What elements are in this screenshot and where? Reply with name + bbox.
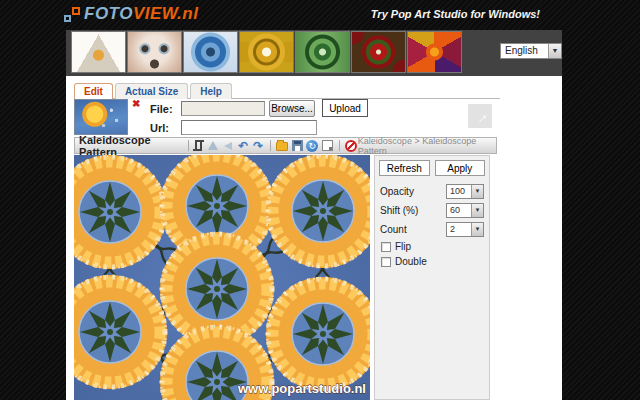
shift-label: Shift (%) [380, 205, 446, 216]
tab-bar: Edit Actual Size Help [74, 82, 500, 99]
pattern-thumbnail-band: English ▼ [66, 30, 562, 76]
rotate-left-icon[interactable]: ↶ [237, 139, 250, 152]
pattern-thumb-blue-hexagon[interactable] [184, 32, 237, 72]
pattern-toolbar: Kaleidoscope Pattern ↶ ↷ ↻ Kaleidoscope … [74, 137, 497, 154]
shift-value: 60 [447, 204, 471, 217]
apply-button[interactable]: Apply [435, 160, 486, 176]
toolbar-separator [188, 140, 189, 151]
toolbar-title: Kaleidoscope Pattern [75, 134, 185, 158]
flip-check-row: Flip [381, 241, 483, 252]
chevron-down-icon[interactable]: ▼ [471, 223, 483, 236]
pattern-thumbnails [72, 32, 461, 72]
pattern-thumb-red-floral[interactable] [352, 32, 405, 72]
cancel-icon[interactable] [345, 139, 358, 152]
resize-frame-icon[interactable] [321, 139, 334, 152]
header: FOTOVIEW.nl Try Pop Art Studio for Windo… [0, 0, 640, 30]
opacity-row: Opacity 100 ▼ [380, 184, 484, 199]
file-input[interactable] [181, 101, 265, 116]
refresh-web-icon[interactable]: ↻ [306, 139, 319, 152]
watermark: www.popartstudio.nl [237, 381, 366, 396]
upload-button[interactable]: Upload [322, 99, 368, 117]
double-check-row: Double [381, 256, 483, 267]
tab-actual-size[interactable]: Actual Size [115, 83, 188, 99]
refresh-button[interactable]: Refresh [379, 160, 430, 176]
remove-image-icon[interactable]: ✖ [132, 98, 140, 109]
pattern-thumb-gold-hexagon[interactable] [240, 32, 293, 72]
editor-page: Edit Actual Size Help ✖ File: Browse... … [66, 76, 562, 400]
flip-checkbox[interactable] [381, 242, 391, 252]
toolbar-separator [339, 140, 340, 151]
kaleidoscope-image: www.popartstudio.nl [74, 155, 370, 400]
opacity-select[interactable]: 100 ▼ [446, 184, 484, 199]
pattern-thumb-orange-purple[interactable] [408, 32, 461, 72]
url-label: Url: [150, 122, 169, 134]
url-input[interactable] [181, 120, 317, 135]
logo-text: FOTOVIEW.nl [84, 4, 198, 24]
double-checkbox-label: Double [395, 256, 427, 267]
pattern-thumb-green-mosaic[interactable] [296, 32, 349, 72]
chevron-down-icon[interactable]: ▼ [548, 44, 561, 58]
count-select[interactable]: 2 ▼ [446, 222, 484, 237]
tab-help[interactable]: Help [190, 83, 232, 99]
logo-blue-square [64, 15, 71, 22]
shift-row: Shift (%) 60 ▼ [380, 203, 484, 218]
chevron-down-icon[interactable]: ▼ [471, 185, 483, 198]
crop-icon[interactable] [192, 139, 205, 152]
rotate-right-icon[interactable]: ↷ [252, 139, 265, 152]
browse-button[interactable]: Browse... [269, 100, 315, 117]
count-row: Count 2 ▼ [380, 222, 484, 237]
tagline: Try Pop Art Studio for Windows! [371, 8, 540, 20]
breadcrumb: Kaleidoscope > Kaleidoscope Pattern [358, 136, 496, 156]
opacity-value: 100 [447, 185, 471, 198]
logo-orange-square [72, 7, 80, 15]
chevron-down-icon[interactable]: ▼ [471, 204, 483, 217]
save-icon[interactable] [291, 139, 304, 152]
tab-edit[interactable]: Edit [74, 83, 113, 99]
logo-text-view: VIEW.nl [133, 4, 199, 23]
flip-vertical-icon[interactable] [222, 139, 235, 152]
toolbar-icons: ↶ ↷ ↻ [192, 139, 358, 152]
file-label: File: [150, 103, 173, 115]
logo-text-foto: FOTO [84, 4, 133, 23]
panel-buttons: Refresh Apply [379, 160, 485, 176]
flip-checkbox-label: Flip [395, 241, 411, 252]
language-selected-value: English [501, 44, 548, 58]
count-value: 2 [447, 223, 471, 236]
double-checkbox[interactable] [381, 257, 391, 267]
count-label: Count [380, 224, 446, 235]
shift-select[interactable]: 60 ▼ [446, 203, 484, 218]
language-select[interactable]: English ▼ [500, 43, 562, 59]
source-image-thumbnail[interactable] [74, 99, 128, 135]
kaleidoscope-canvas: www.popartstudio.nl [74, 155, 370, 400]
arrow-up-right-icon: → [469, 105, 492, 128]
toolbar-separator [270, 140, 271, 151]
app-window: FOTOVIEW.nl Try Pop Art Studio for Windo… [0, 0, 640, 400]
pattern-thumb-cat-face[interactable] [128, 32, 181, 72]
pattern-controls-panel: Refresh Apply Opacity 100 ▼ Shift (%) 60… [374, 155, 490, 400]
open-folder-icon[interactable] [276, 139, 289, 152]
logo-squares-icon [64, 4, 80, 24]
open-fullsize-button[interactable]: → [468, 104, 492, 128]
pattern-thumb-triangle-flower[interactable] [72, 32, 125, 72]
opacity-label: Opacity [380, 186, 446, 197]
flip-horizontal-icon[interactable] [207, 139, 220, 152]
fotoview-logo[interactable]: FOTOVIEW.nl [64, 4, 198, 24]
